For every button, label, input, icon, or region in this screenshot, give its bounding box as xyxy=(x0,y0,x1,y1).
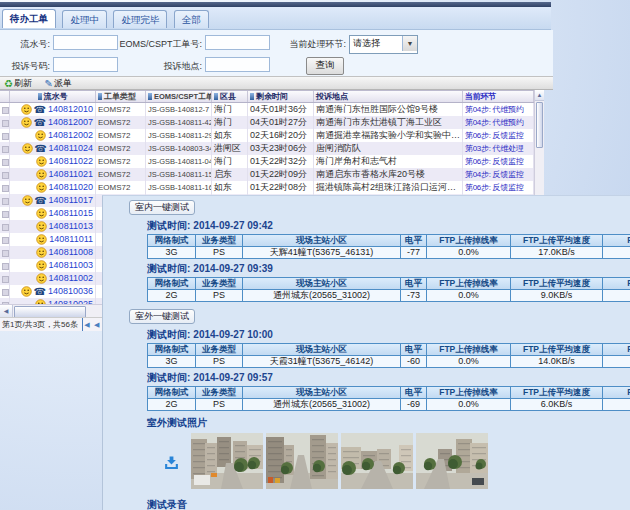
table-row[interactable]: 140811022EOMS72JS-GSB-140811-045海门01天22时… xyxy=(0,155,534,168)
table-row[interactable]: ☎140812007EOMS72JS-GSB-140811-422海门04天01… xyxy=(0,116,534,129)
outdoor-test-button[interactable]: 室外一键测试 xyxy=(129,309,195,324)
tab-pending[interactable]: 待办工单 xyxy=(2,9,56,28)
serial-link[interactable]: 140811017 xyxy=(49,194,93,207)
remaining-cell: 01天22时08分 xyxy=(248,181,314,194)
smiley-icon xyxy=(22,143,33,154)
serial-link[interactable]: 140811011 xyxy=(49,233,93,246)
serial-link[interactable]: 140812002 xyxy=(48,129,93,142)
sort-icon xyxy=(214,93,218,100)
row-select-cell[interactable] xyxy=(0,103,10,116)
serial-link[interactable]: 140811022 xyxy=(49,155,93,168)
phone-icon: ☎ xyxy=(34,143,46,154)
test-value-cell: 2G xyxy=(148,399,196,411)
complaint-location-input[interactable] xyxy=(205,57,270,72)
smiley-icon xyxy=(21,117,32,128)
test-table: 网络制式业务类型现场主站小区电平FTP上传掉线率FTP上传平均速度FT3GPS天… xyxy=(147,234,630,259)
table-row[interactable]: 140812002EOMS72JS-GSB-140811-291如东02天16时… xyxy=(0,129,534,142)
serial-cell: 140811022 xyxy=(10,155,96,168)
county-cell: 海门 xyxy=(212,116,248,129)
serial-link[interactable]: 140811020 xyxy=(49,181,93,194)
serial-link[interactable]: 140812010 xyxy=(48,103,93,116)
serial-input[interactable] xyxy=(53,35,118,50)
row-select-cell[interactable] xyxy=(0,181,10,194)
row-select-cell[interactable] xyxy=(0,129,10,142)
tab-all[interactable]: 全部 xyxy=(174,10,209,28)
col-eoms-no[interactable]: EOMS/CSPT工单号 xyxy=(146,91,212,102)
table-row[interactable]: ☎140811024EOMS72JS-GSB-140803-344港闸区03天2… xyxy=(0,142,534,155)
test-table: 网络制式业务类型现场主站小区电平FTP上传掉线率FTP上传平均速度FT3GPS天… xyxy=(147,343,630,368)
street-photo[interactable] xyxy=(266,475,338,492)
row-select-cell[interactable] xyxy=(0,220,10,233)
test-col-header: 电平 xyxy=(401,387,427,399)
query-button[interactable]: 查询 xyxy=(306,57,344,75)
remaining-cell: 01天22时32分 xyxy=(248,155,314,168)
col-current-step[interactable]: 当前环节 xyxy=(463,91,534,102)
step-cell: 第06步: 反馈监控 xyxy=(463,181,534,194)
row-select-cell[interactable] xyxy=(0,272,10,285)
serial-link[interactable]: 140811008 xyxy=(49,246,93,259)
test-col-header: FTP上传掉线率 xyxy=(427,278,511,290)
toolbar: ♻刷新 ✎派单 xyxy=(0,76,553,90)
download-photos-icon[interactable] xyxy=(164,456,179,470)
col-serial[interactable]: 流水号 xyxy=(10,91,96,102)
row-handle-icon xyxy=(2,172,9,179)
smiley-icon xyxy=(36,273,47,284)
col-county[interactable]: 区县 xyxy=(212,91,248,102)
row-select-cell[interactable] xyxy=(0,142,10,155)
test-time-value: 2014-09-27 09:42 xyxy=(193,220,273,231)
refresh-button[interactable]: ♻刷新 xyxy=(4,77,32,90)
table-row[interactable]: 140811021EOMS72JS-GSB-140811-150启东01天22时… xyxy=(0,168,534,181)
select-all-header[interactable] xyxy=(0,91,10,102)
row-select-cell[interactable] xyxy=(0,194,10,207)
smiley-icon xyxy=(21,104,32,115)
complaint-no-input[interactable] xyxy=(53,57,118,72)
sort-icon xyxy=(38,93,42,100)
indoor-test-button[interactable]: 室内一键测试 xyxy=(129,200,195,215)
tab-completed[interactable]: 处理完毕 xyxy=(113,10,167,28)
serial-cell: ☎140810036 xyxy=(10,285,96,298)
test-value-cell xyxy=(603,356,630,368)
test-time: 测试时间:2014-09-27 09:39 xyxy=(147,262,630,276)
test-result-panel: 室内一键测试 测试时间:2014-09-27 09:42网络制式业务类型现场主站… xyxy=(102,195,630,510)
vertical-scroll-thumb[interactable] xyxy=(536,102,543,148)
row-select-cell[interactable] xyxy=(0,233,10,246)
serial-link[interactable]: 140810036 xyxy=(48,285,93,298)
first-page-icon[interactable]: ◀ xyxy=(82,318,89,331)
row-select-cell[interactable] xyxy=(0,246,10,259)
scroll-up-icon[interactable]: ▲ xyxy=(535,90,544,101)
test-col-header: 电平 xyxy=(401,278,427,290)
tab-processing[interactable]: 处理中 xyxy=(62,10,107,28)
step-select[interactable]: 请选择 ▼ xyxy=(349,35,418,54)
row-select-cell[interactable] xyxy=(0,155,10,168)
serial-link[interactable]: 140811002 xyxy=(49,272,93,285)
street-photo[interactable] xyxy=(416,475,488,492)
table-row[interactable]: 140811020EOMS72JS-GSB-140811-160如东01天22时… xyxy=(0,181,534,194)
serial-link[interactable]: 140811024 xyxy=(49,142,93,155)
row-select-cell[interactable] xyxy=(0,207,10,220)
test-value-cell: PS xyxy=(196,356,243,368)
dispatch-button[interactable]: ✎派单 xyxy=(44,77,71,90)
serial-cell: 140811002 xyxy=(10,272,96,285)
test-time: 测试时间:2014-09-27 09:42 xyxy=(147,219,630,233)
street-photo[interactable] xyxy=(191,475,263,492)
test-value-cell: -73 xyxy=(401,290,427,302)
serial-link[interactable]: 140811003 xyxy=(49,259,93,272)
eoms-no-cell: JS-GSB-140811-422 xyxy=(146,116,212,129)
prev-page-icon[interactable]: ◀ xyxy=(94,318,99,331)
serial-link[interactable]: 140811015 xyxy=(49,207,93,220)
county-cell: 港闸区 xyxy=(212,142,248,155)
row-select-cell[interactable] xyxy=(0,116,10,129)
serial-link[interactable]: 140812007 xyxy=(48,116,93,129)
table-row[interactable]: ☎140812010EOMS72JS-GSB-140812-7海门04天01时3… xyxy=(0,103,534,116)
col-remaining-time[interactable]: 剩余时间 xyxy=(248,91,314,102)
col-type[interactable]: 工单类型 xyxy=(96,91,146,102)
row-select-cell[interactable] xyxy=(0,259,10,272)
scroll-left-icon[interactable]: ◀ xyxy=(0,305,13,317)
serial-link[interactable]: 140811021 xyxy=(49,168,93,181)
col-location[interactable]: 投诉地点 xyxy=(314,91,463,102)
row-select-cell[interactable] xyxy=(0,168,10,181)
serial-link[interactable]: 140811013 xyxy=(49,220,93,233)
row-select-cell[interactable] xyxy=(0,285,10,298)
eoms-no-input[interactable] xyxy=(205,35,270,50)
street-photo[interactable] xyxy=(341,475,413,492)
